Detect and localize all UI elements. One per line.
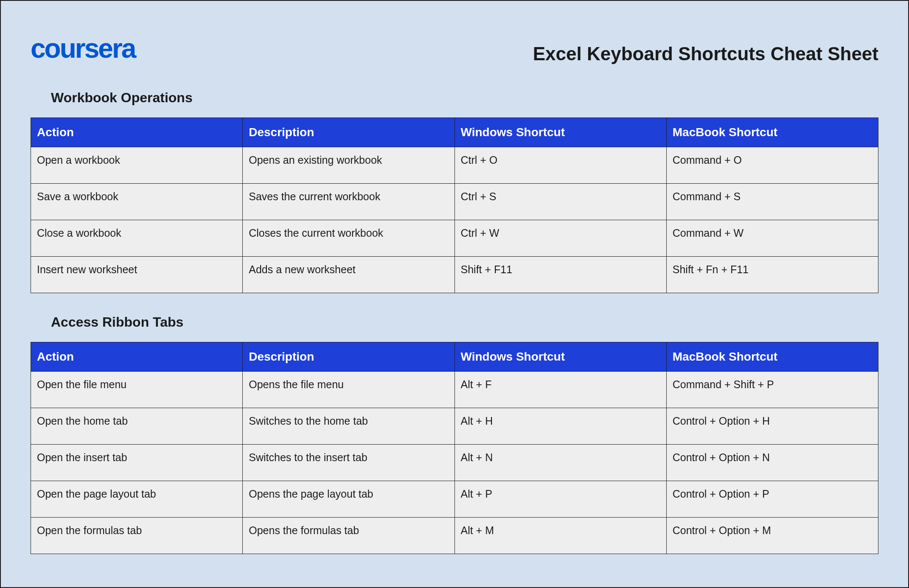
col-mac: MacBook Shortcut (666, 118, 878, 147)
section-title: Workbook Operations (51, 90, 878, 106)
cell-windows: Alt + P (454, 481, 666, 518)
cell-description: Saves the current workbook (243, 184, 454, 220)
cell-windows: Ctrl + W (454, 220, 666, 257)
cell-mac: Control + Option + P (666, 481, 878, 518)
table-row: Open the home tab Switches to the home t… (31, 408, 878, 445)
cell-description: Switches to the insert tab (243, 445, 454, 481)
shortcuts-table: Action Description Windows Shortcut MacB… (31, 118, 878, 293)
cell-action: Insert new worksheet (31, 257, 243, 293)
cell-mac: Command + S (666, 184, 878, 220)
cell-mac: Command + Shift + P (666, 372, 878, 408)
cell-description: Opens an existing workbook (243, 147, 454, 184)
table-row: Save a workbook Saves the current workbo… (31, 184, 878, 220)
col-action: Action (31, 118, 243, 147)
section-title: Access Ribbon Tabs (51, 314, 878, 330)
col-action: Action (31, 342, 243, 372)
table-row: Open the file menu Opens the file menu A… (31, 372, 878, 408)
table-header-row: Action Description Windows Shortcut MacB… (31, 342, 878, 372)
table-row: Insert new worksheet Adds a new workshee… (31, 257, 878, 293)
col-windows: Windows Shortcut (454, 118, 666, 147)
cell-windows: Alt + F (454, 372, 666, 408)
document-page: coursera Excel Keyboard Shortcuts Cheat … (1, 1, 908, 588)
table-row: Open the formulas tab Opens the formulas… (31, 518, 878, 554)
col-windows: Windows Shortcut (454, 342, 666, 372)
cell-action: Save a workbook (31, 184, 243, 220)
header: coursera Excel Keyboard Shortcuts Cheat … (31, 35, 878, 64)
cell-windows: Alt + M (454, 518, 666, 554)
cell-windows: Shift + F11 (454, 257, 666, 293)
page-title: Excel Keyboard Shortcuts Cheat Sheet (533, 43, 878, 64)
cell-windows: Alt + H (454, 408, 666, 445)
section-ribbon-tabs: Access Ribbon Tabs Action Description Wi… (31, 314, 878, 554)
cell-mac: Command + W (666, 220, 878, 257)
cell-action: Open the file menu (31, 372, 243, 408)
cell-description: Closes the current workbook (243, 220, 454, 257)
cell-mac: Command + O (666, 147, 878, 184)
table-row: Open the insert tab Switches to the inse… (31, 445, 878, 481)
coursera-logo: coursera (31, 35, 135, 62)
cell-action: Close a workbook (31, 220, 243, 257)
section-workbook-operations: Workbook Operations Action Description W… (31, 90, 878, 293)
table-header-row: Action Description Windows Shortcut MacB… (31, 118, 878, 147)
table-row: Open a workbook Opens an existing workbo… (31, 147, 878, 184)
cell-action: Open the insert tab (31, 445, 243, 481)
cell-mac: Control + Option + M (666, 518, 878, 554)
cell-description: Opens the file menu (243, 372, 454, 408)
cell-windows: Ctrl + S (454, 184, 666, 220)
shortcuts-table: Action Description Windows Shortcut MacB… (31, 342, 878, 554)
cell-description: Opens the page layout tab (243, 481, 454, 518)
cell-mac: Shift + Fn + F11 (666, 257, 878, 293)
cell-description: Adds a new worksheet (243, 257, 454, 293)
col-mac: MacBook Shortcut (666, 342, 878, 372)
cell-action: Open the formulas tab (31, 518, 243, 554)
table-row: Close a workbook Closes the current work… (31, 220, 878, 257)
cell-mac: Control + Option + H (666, 408, 878, 445)
cell-description: Switches to the home tab (243, 408, 454, 445)
col-description: Description (243, 118, 454, 147)
cell-windows: Alt + N (454, 445, 666, 481)
cell-action: Open the home tab (31, 408, 243, 445)
cell-mac: Control + Option + N (666, 445, 878, 481)
cell-windows: Ctrl + O (454, 147, 666, 184)
cell-action: Open a workbook (31, 147, 243, 184)
cell-action: Open the page layout tab (31, 481, 243, 518)
table-row: Open the page layout tab Opens the page … (31, 481, 878, 518)
col-description: Description (243, 342, 454, 372)
cell-description: Opens the formulas tab (243, 518, 454, 554)
